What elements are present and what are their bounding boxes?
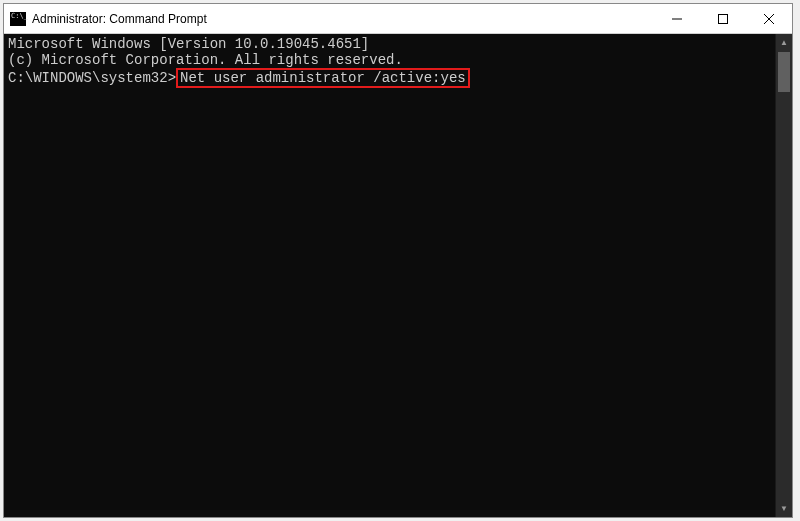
minimize-button[interactable] bbox=[654, 4, 700, 33]
command-highlight: Net user administrator /active:yes bbox=[176, 68, 470, 88]
window-controls bbox=[654, 4, 792, 33]
vertical-scrollbar[interactable]: ▲ ▼ bbox=[775, 34, 792, 517]
svg-rect-1 bbox=[719, 14, 728, 23]
terminal-area: Microsoft Windows [Version 10.0.19045.46… bbox=[4, 34, 792, 517]
minimize-icon bbox=[672, 14, 682, 24]
window-title: Administrator: Command Prompt bbox=[32, 12, 654, 26]
titlebar[interactable]: Administrator: Command Prompt bbox=[4, 4, 792, 34]
scroll-down-arrow-icon[interactable]: ▼ bbox=[776, 500, 792, 517]
close-icon bbox=[764, 14, 774, 24]
version-line: Microsoft Windows [Version 10.0.19045.46… bbox=[8, 36, 771, 52]
scroll-up-arrow-icon[interactable]: ▲ bbox=[776, 34, 792, 51]
maximize-button[interactable] bbox=[700, 4, 746, 33]
copyright-line: (c) Microsoft Corporation. All rights re… bbox=[8, 52, 771, 68]
terminal-output[interactable]: Microsoft Windows [Version 10.0.19045.46… bbox=[4, 34, 775, 517]
scrollbar-thumb[interactable] bbox=[778, 52, 790, 92]
maximize-icon bbox=[718, 14, 728, 24]
command-text: Net user administrator /active:yes bbox=[180, 70, 466, 86]
command-prompt-window: Administrator: Command Prompt Microsoft … bbox=[3, 3, 793, 518]
prompt-prefix: C:\WINDOWS\system32> bbox=[8, 70, 176, 86]
cmd-icon bbox=[10, 12, 26, 26]
prompt-line: C:\WINDOWS\system32>Net user administrat… bbox=[8, 68, 771, 88]
close-button[interactable] bbox=[746, 4, 792, 33]
